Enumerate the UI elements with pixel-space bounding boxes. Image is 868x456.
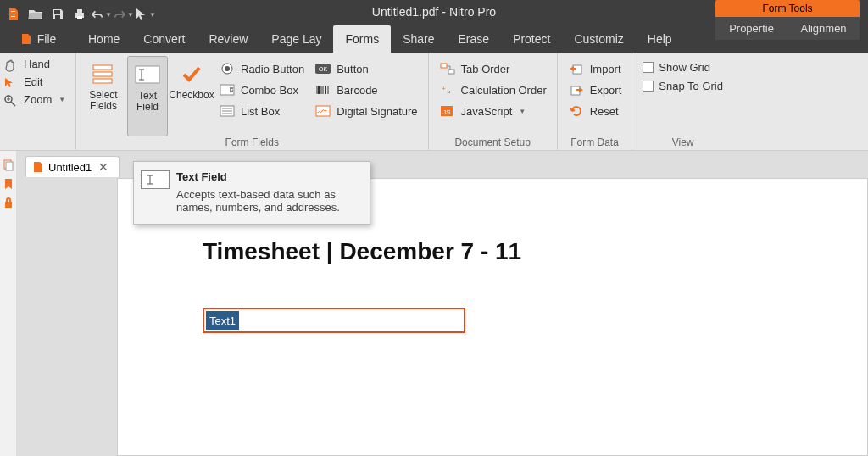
security-panel-icon[interactable]: [3, 197, 14, 209]
svg-rect-31: [316, 106, 330, 116]
snap-to-grid-checkbox[interactable]: Snap To Grid: [639, 78, 726, 94]
pages-panel-icon[interactable]: [3, 159, 14, 171]
combo-box-button[interactable]: Combo Box: [215, 81, 308, 99]
radio-button-button[interactable]: Radio Button: [215, 59, 308, 78]
group-label-form-data: Form Data: [565, 136, 626, 148]
edit-tool[interactable]: Edit: [3, 75, 72, 88]
zoom-tool-label: Zoom: [24, 93, 52, 106]
list-box-button[interactable]: List Box: [215, 102, 308, 120]
save-icon[interactable]: [47, 4, 68, 25]
barcode-button[interactable]: Barcode: [311, 81, 420, 99]
checkbox-box-icon: [643, 62, 654, 73]
document-tab[interactable]: Untitled1 ✕: [25, 156, 120, 177]
svg-line-6: [11, 102, 15, 106]
svg-rect-11: [93, 79, 112, 83]
hand-tool[interactable]: Hand: [3, 58, 72, 70]
window-title: Untitled1.pdf - Nitro Pro: [372, 5, 496, 19]
group-label-document-setup: Document Setup: [436, 136, 550, 148]
tab-order-button[interactable]: Tab Order: [436, 59, 550, 78]
export-button[interactable]: Export: [565, 81, 626, 99]
svg-text:×: ×: [447, 88, 451, 96]
app-icon[interactable]: [3, 4, 24, 25]
file-menu-button[interactable]: File: [0, 25, 76, 53]
tab-customize[interactable]: Customiz: [562, 25, 635, 53]
tab-review[interactable]: Review: [197, 25, 259, 53]
document-tab-label: Untitled1: [48, 161, 92, 174]
group-form-data: Import Export Reset Form Data: [558, 53, 633, 150]
svg-rect-3: [77, 9, 82, 13]
checkbox-button[interactable]: Checkbox: [171, 56, 212, 136]
radio-button-label: Radio Button: [241, 63, 304, 75]
ribbon: Hand Edit Zoom ▼ Select Fields Te: [0, 53, 868, 151]
tab-forms[interactable]: Forms: [333, 25, 391, 53]
tab-erase[interactable]: Erase: [447, 25, 502, 53]
tab-share[interactable]: Share: [391, 25, 446, 53]
checkbox-label: Checkbox: [169, 90, 214, 101]
import-button[interactable]: Import: [565, 59, 626, 78]
tab-help[interactable]: Help: [636, 25, 684, 53]
tab-protect[interactable]: Protect: [501, 25, 562, 53]
file-icon: [20, 33, 32, 45]
button-label: Button: [337, 63, 369, 75]
select-fields-button[interactable]: Select Fields: [83, 56, 124, 136]
digital-signature-button[interactable]: Digital Signature: [311, 102, 420, 120]
undo-icon[interactable]: ▼: [92, 4, 112, 25]
ribbon-tabs: File Home Convert Review Page Lay Forms …: [0, 25, 868, 53]
hand-tool-label: Hand: [24, 58, 50, 70]
radio-icon: [219, 61, 236, 76]
svg-rect-4: [77, 16, 82, 19]
quick-access-toolbar: ▼ ▼ ▼: [0, 0, 159, 25]
button-button[interactable]: OK Button: [311, 59, 420, 78]
tooltip: Text Field Accepts text-based data such …: [133, 161, 370, 225]
snap-to-grid-label: Snap To Grid: [659, 80, 723, 92]
show-grid-label: Show Grid: [659, 61, 710, 74]
javascript-label: JavaScript: [461, 105, 513, 118]
reset-button[interactable]: Reset: [565, 102, 626, 120]
select-fields-icon: [91, 61, 116, 86]
svg-rect-33: [448, 70, 454, 74]
arrow-edit-icon: [3, 76, 19, 88]
tool-mode-panel: Hand Edit Zoom ▼: [0, 53, 76, 150]
tab-home[interactable]: Home: [76, 25, 131, 53]
form-text-field[interactable]: Text1: [203, 308, 465, 333]
magnifier-icon: [3, 94, 19, 106]
tab-page-layout[interactable]: Page Lay: [259, 25, 333, 53]
svg-rect-1: [55, 15, 60, 19]
digital-signature-label: Digital Signature: [337, 105, 417, 118]
reset-icon: [568, 103, 585, 119]
import-label: Import: [590, 63, 621, 75]
group-view: Show Grid Snap To Grid View: [632, 53, 733, 150]
calculation-order-button[interactable]: +× Calculation Order: [436, 81, 550, 99]
svg-text:+: +: [442, 85, 446, 92]
tab-convert[interactable]: Convert: [131, 25, 197, 53]
combo-icon: [219, 82, 236, 97]
export-label: Export: [590, 84, 622, 97]
javascript-button[interactable]: JS JavaScript ▼: [436, 102, 550, 120]
chevron-down-icon: ▼: [58, 96, 65, 103]
list-box-label: List Box: [241, 105, 280, 118]
group-label-form-fields: Form Fields: [83, 136, 421, 148]
reset-label: Reset: [590, 105, 619, 118]
open-icon[interactable]: [25, 4, 46, 25]
title-bar: ▼ ▼ ▼ Untitled1.pdf - Nitro Pro Form Too…: [0, 0, 868, 53]
svg-rect-0: [54, 10, 60, 14]
tab-order-label: Tab Order: [461, 63, 510, 75]
pdf-file-icon: [33, 161, 43, 173]
tooltip-body: Accepts text-based data such as names, n…: [176, 188, 359, 214]
bookmarks-panel-icon[interactable]: [3, 178, 14, 190]
file-menu-label: File: [37, 32, 57, 46]
zoom-tool[interactable]: Zoom ▼: [3, 93, 72, 106]
svg-rect-9: [93, 65, 112, 70]
svg-rect-12: [136, 66, 159, 83]
tooltip-title: Text Field: [176, 170, 359, 183]
barcode-icon: [314, 82, 331, 97]
close-tab-icon[interactable]: ✕: [97, 160, 110, 174]
text-field-button[interactable]: Text Field: [127, 56, 168, 136]
text-field-icon: [135, 62, 160, 87]
print-icon[interactable]: [70, 4, 90, 25]
cursor-select-icon[interactable]: ▼: [136, 4, 156, 25]
redo-icon[interactable]: ▼: [114, 4, 134, 25]
form-field-name: Text1: [206, 311, 239, 330]
text-field-icon: [141, 170, 170, 189]
show-grid-checkbox[interactable]: Show Grid: [639, 59, 726, 75]
